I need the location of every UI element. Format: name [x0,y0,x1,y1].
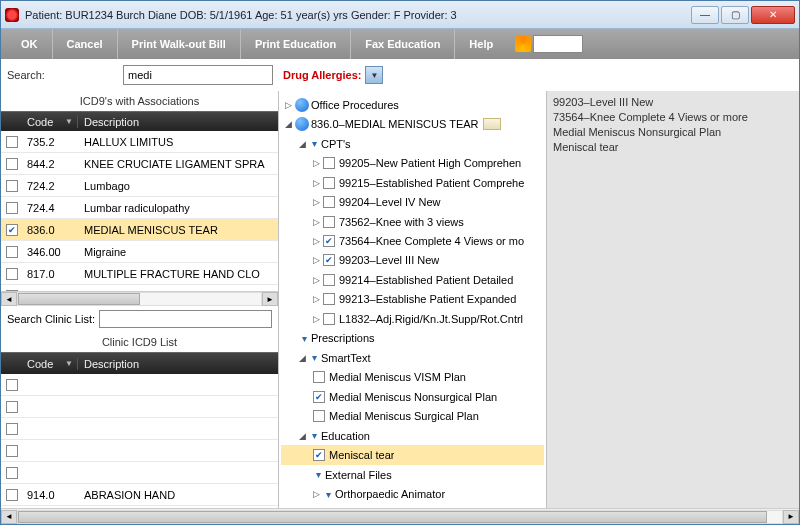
tree-checkbox[interactable] [313,391,325,403]
tree-item[interactable]: ▷L1832–Adj.Rigid/Kn.Jt.Supp/Rot.Cntrl [281,309,544,328]
row-checkbox[interactable] [6,467,18,479]
row-checkbox[interactable] [6,224,18,236]
table-row[interactable] [1,418,278,440]
row-checkbox[interactable] [6,423,18,435]
tree-checkbox[interactable] [323,177,335,189]
tree-checkbox[interactable] [323,313,335,325]
tree-checkbox[interactable] [323,274,335,286]
row-checkbox[interactable] [6,158,18,170]
expander-icon[interactable]: ▷ [311,217,321,227]
icd9-desc-header[interactable]: Description [78,116,278,128]
window-hscroll[interactable]: ◄ ► [1,508,799,524]
icd9-code-header[interactable]: Code [27,116,53,128]
icd9-hscroll[interactable]: ◄ ► [1,291,278,306]
row-checkbox[interactable] [6,246,18,258]
table-row[interactable] [1,462,278,484]
table-row[interactable] [1,396,278,418]
expander-icon[interactable]: ▷ [311,489,321,499]
icd9-grid-body[interactable]: 735.2 HALLUX LIMITUS 844.2 KNEE CRUCIATE… [1,131,278,291]
tree-item[interactable]: Medial Meniscus Surgical Plan [281,407,544,426]
row-checkbox[interactable] [6,202,18,214]
ok-button[interactable]: OK [7,29,53,59]
tree-item[interactable]: ◢▾SmartText [281,348,544,367]
chevron-icon[interactable]: ▾ [309,139,319,149]
print-walkout-button[interactable]: Print Walk-out Bill [118,29,241,59]
table-row[interactable]: 914.0 ABRASION HAND [1,484,278,506]
tree-item[interactable]: ▷99214–Established Patient Detailed [281,270,544,289]
toolbar-input[interactable] [533,35,583,53]
filter-icon[interactable]: ▼ [65,359,73,368]
chevron-icon[interactable]: ▾ [299,333,309,343]
cancel-button[interactable]: Cancel [53,29,118,59]
print-education-button[interactable]: Print Education [241,29,351,59]
scroll-thumb[interactable] [18,293,140,305]
tree-checkbox[interactable] [313,449,325,461]
close-button[interactable]: ✕ [751,6,795,24]
tree-item[interactable]: ▷99215–Established Patient Comprehe [281,173,544,192]
tree-checkbox[interactable] [323,196,335,208]
tree-item[interactable]: ▷99203–Level III New [281,251,544,270]
tree-item[interactable]: Meniscal tear [281,445,544,464]
chevron-icon[interactable]: ▾ [313,470,323,480]
clinic-search-input[interactable] [99,310,272,328]
tree-checkbox[interactable] [313,410,325,422]
tree-panel[interactable]: ▷Office Procedures◢836.0–MEDIAL MENISCUS… [279,91,547,508]
expander-icon[interactable]: ◢ [297,431,307,441]
expander-icon[interactable]: ▷ [311,294,321,304]
expander-icon[interactable]: ▷ [311,255,321,265]
row-checkbox[interactable] [6,379,18,391]
row-checkbox[interactable] [6,445,18,457]
expander-icon[interactable]: ▷ [311,314,321,324]
row-checkbox[interactable] [6,489,18,501]
expander-icon[interactable]: ▷ [311,158,321,168]
tree-item[interactable]: ◢▾CPT's [281,134,544,153]
chevron-icon[interactable]: ▾ [323,489,333,499]
expander-icon[interactable]: ◢ [297,353,307,363]
help-button[interactable]: Help [455,29,507,59]
row-checkbox[interactable] [6,136,18,148]
table-row[interactable]: 724.4 Lumbar radiculopathy [1,197,278,219]
tree-checkbox[interactable] [323,216,335,228]
speaker-icon[interactable] [515,36,531,52]
chevron-icon[interactable]: ▾ [309,353,319,363]
clinic-code-header[interactable]: Code [27,358,53,370]
tree-item[interactable]: ▷99204–Level IV New [281,192,544,211]
allergies-dropdown[interactable]: ▼ [365,66,383,84]
expander-icon[interactable]: ◢ [283,119,293,129]
tree-item[interactable]: ▾External Files [281,465,544,484]
clinic-grid-body[interactable]: 914.0 ABRASION HAND 914.1 ABRASION HAND … [1,374,278,508]
table-row[interactable] [1,374,278,396]
row-checkbox[interactable] [6,401,18,413]
expander-icon[interactable]: ▷ [311,178,321,188]
tree-item[interactable]: Medial Meniscus Nonsurgical Plan [281,387,544,406]
fax-education-button[interactable]: Fax Education [351,29,455,59]
chevron-icon[interactable]: ▾ [309,431,319,441]
table-row[interactable]: 817.0 MULTIPLE FRACTURE HAND CLO [1,263,278,285]
tree-item[interactable]: ▾Prescriptions [281,329,544,348]
scroll-left-icon[interactable]: ◄ [1,510,17,524]
tree-checkbox[interactable] [323,254,335,266]
clinic-desc-header[interactable]: Description [78,358,278,370]
scroll-thumb[interactable] [18,511,767,523]
tree-item[interactable]: Medial Meniscus VISM Plan [281,368,544,387]
tree-item[interactable]: ▷Office Procedures [281,95,544,114]
scroll-right-icon[interactable]: ► [783,510,799,524]
tree-item[interactable]: ▷99205–New Patient High Comprehen [281,153,544,172]
tree-checkbox[interactable] [323,235,335,247]
tree-item[interactable]: ▷99213–Establishe Patient Expanded [281,290,544,309]
expander-icon[interactable]: ▷ [311,197,321,207]
tree-item[interactable]: ▷73564–Knee Complete 4 Views or mo [281,231,544,250]
tree-item[interactable]: ◢836.0–MEDIAL MENISCUS TEAR [281,114,544,133]
tree-item[interactable]: ▷73562–Knee with 3 views [281,212,544,231]
tree-checkbox[interactable] [313,371,325,383]
tree-checkbox[interactable] [323,157,335,169]
table-row[interactable]: 844.2 KNEE CRUCIATE LIGAMENT SPRA [1,153,278,175]
tree-item[interactable]: ▷▾Orthorpaedic Animator [281,484,544,503]
expander-icon[interactable]: ▷ [311,275,321,285]
table-row[interactable]: 836.0 MEDIAL MENISCUS TEAR [1,219,278,241]
minimize-button[interactable]: — [691,6,719,24]
table-row[interactable]: 724.2 Lumbago [1,175,278,197]
scroll-right-icon[interactable]: ► [262,292,278,306]
expander-icon[interactable]: ◢ [297,139,307,149]
row-checkbox[interactable] [6,180,18,192]
